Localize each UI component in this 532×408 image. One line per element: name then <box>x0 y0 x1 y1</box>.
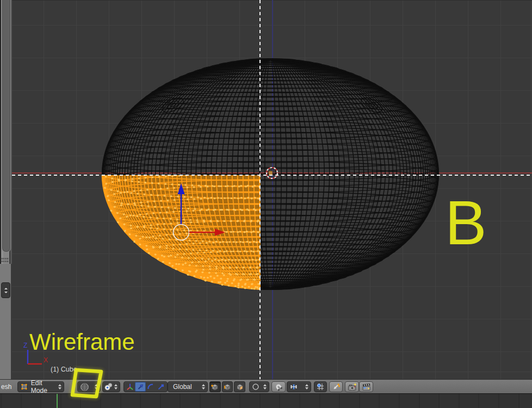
snap-vertex-icon <box>289 382 298 391</box>
border-select-crosshair-vertical <box>259 0 261 379</box>
opengl-render-button[interactable] <box>345 381 359 392</box>
object-info-text: (1) Cube <box>51 366 77 373</box>
axis-tripod-icon <box>126 382 134 391</box>
snap-target-button[interactable] <box>314 381 327 392</box>
shading-dropdown-arrows[interactable] <box>95 384 98 390</box>
snap-toggle-button[interactable] <box>271 381 286 392</box>
manipulator-tripod-toggle[interactable] <box>125 382 135 392</box>
proportional-edit-circle-icon <box>252 383 259 391</box>
timeline-playhead[interactable] <box>57 394 58 408</box>
orientation-dropdown-arrows[interactable] <box>202 384 205 390</box>
edge-select-button[interactable] <box>222 381 233 392</box>
face-select-button[interactable] <box>234 381 245 392</box>
gizmo-z-label: Z <box>23 342 27 349</box>
scrollbar-thumb[interactable] <box>2 0 11 252</box>
panel-grip-dots[interactable] <box>1 257 9 263</box>
snap-target-icon <box>316 382 325 391</box>
snap-element-arrows[interactable] <box>305 384 308 390</box>
panel-stepper[interactable] <box>1 282 10 298</box>
border-select-crosshair-horizontal <box>12 175 532 176</box>
opengl-render-clapper-icon <box>362 382 371 392</box>
opengl-render-anim-button[interactable] <box>359 381 373 392</box>
rotate-arc-icon <box>146 382 155 391</box>
pivot-median-point-icon <box>104 382 113 391</box>
opengl-render-camera-icon <box>348 382 357 392</box>
manipulator-toggle-group <box>123 381 168 392</box>
mode-dropdown-label: Edit Mode <box>31 379 58 394</box>
gizmo-x-label: X <box>44 356 48 364</box>
viewport-header: esh Edit Mode <box>0 379 532 393</box>
select-mode-group <box>209 381 245 392</box>
snap-element-dropdown[interactable] <box>287 381 311 392</box>
stepper-up-icon[interactable] <box>4 288 8 289</box>
pivot-dropdown-arrows[interactable] <box>114 384 117 390</box>
orientation-dropdown[interactable]: Global <box>168 381 208 392</box>
grid-z-axis-line <box>272 0 273 379</box>
viewport-shading-globe-icon <box>80 382 89 392</box>
snap-magnet-icon <box>274 382 283 391</box>
annotation-b-key: B <box>445 191 487 254</box>
left-panel-edge <box>0 0 12 379</box>
face-select-cube-icon <box>236 382 244 391</box>
manipulate-centers-button[interactable] <box>329 381 343 392</box>
viewport-shading-dropdown[interactable] <box>77 381 101 392</box>
proportional-edit-dropdown[interactable] <box>249 381 269 392</box>
edge-select-cube-icon <box>223 382 232 391</box>
proportional-dropdown-arrows[interactable] <box>263 384 267 390</box>
manipulator-translate-toggle[interactable] <box>135 382 145 392</box>
left-panel-lower <box>0 264 12 379</box>
timeline-strip[interactable] <box>0 393 532 408</box>
mesh-menu[interactable]: esh <box>1 383 11 391</box>
mode-dropdown[interactable]: Edit Mode <box>17 381 64 392</box>
manipulator-scale-toggle[interactable] <box>156 382 166 392</box>
scale-square-icon <box>157 382 165 391</box>
edit-mode-icon <box>20 382 28 391</box>
view-axis-gizmo: Z X <box>21 337 50 370</box>
translate-arrow-icon <box>136 382 145 391</box>
stepper-down-icon[interactable] <box>4 292 8 293</box>
vertex-select-cube-icon <box>211 382 219 391</box>
mode-dropdown-arrows[interactable] <box>58 384 61 390</box>
vertex-select-button[interactable] <box>209 381 221 392</box>
pivot-dropdown[interactable] <box>102 381 120 392</box>
orientation-dropdown-label: Global <box>173 383 192 391</box>
manipulator-rotate-toggle[interactable] <box>146 382 156 392</box>
manipulate-centers-icon <box>332 382 341 391</box>
